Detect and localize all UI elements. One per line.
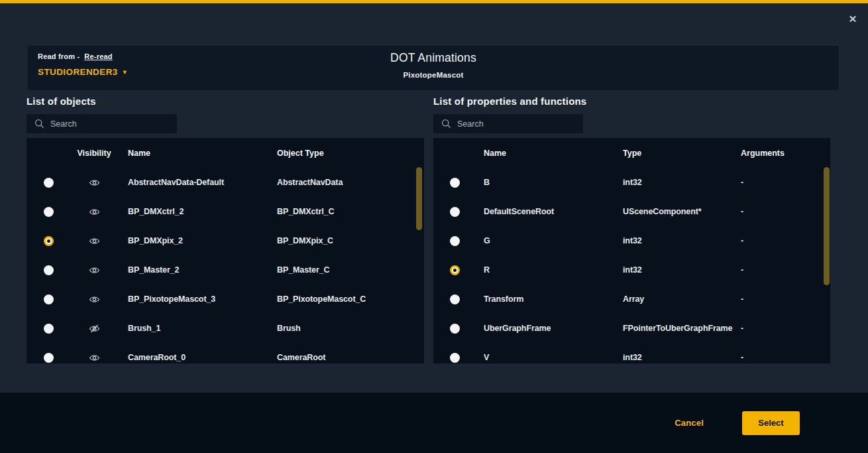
radio-button[interactable] — [450, 178, 460, 188]
table-row[interactable]: Bint32- — [433, 168, 830, 197]
property-name: V — [476, 353, 615, 362]
radio-button[interactable] — [450, 265, 460, 275]
property-arguments: - — [733, 265, 830, 275]
eye-slash-icon[interactable] — [89, 324, 100, 333]
radio-button[interactable] — [44, 178, 54, 188]
radio-button[interactable] — [450, 207, 460, 217]
property-type: FPointerToUberGraphFrame — [615, 324, 733, 333]
property-name: DefaultSceneRoot — [476, 207, 615, 216]
properties-scrollbar[interactable] — [824, 167, 830, 285]
property-arguments: - — [733, 353, 830, 362]
property-type: int32 — [615, 265, 733, 275]
column-header-object-type: Object Type — [264, 149, 424, 158]
properties-table-header: Name Type Arguments — [433, 138, 830, 168]
properties-search-input[interactable] — [457, 119, 578, 129]
object-type: BP_Master_C — [264, 265, 424, 275]
object-type: BP_DMXctrl_C — [264, 207, 424, 216]
property-name: UberGraphFrame — [476, 324, 615, 333]
chevron-down-icon: ▼ — [122, 69, 128, 76]
select-button[interactable]: Select — [742, 411, 800, 435]
table-row[interactable]: BP_Master_2BP_Master_C — [27, 255, 424, 285]
table-row[interactable]: CameraRoot_0CameraRoot — [27, 343, 424, 363]
table-row[interactable]: BP_PixotopeMascot_3BP_PixotopeMascot_C — [27, 285, 424, 314]
table-row[interactable]: Brush_1Brush — [27, 314, 424, 343]
eye-icon[interactable] — [89, 266, 100, 275]
property-arguments: - — [733, 207, 830, 216]
radio-button[interactable] — [44, 353, 54, 363]
property-type: int32 — [615, 178, 733, 187]
object-name: CameraRoot_0 — [118, 353, 264, 362]
objects-table-body: AbstractNavData-DefaultAbstractNavDataBP… — [27, 168, 424, 363]
table-row[interactable]: AbstractNavData-DefaultAbstractNavData — [27, 168, 424, 197]
radio-button[interactable] — [44, 207, 54, 217]
objects-panel-title: List of objects — [27, 96, 96, 107]
search-icon — [34, 119, 44, 129]
eye-icon[interactable] — [89, 237, 100, 245]
objects-table-header: Visibility Name Object Type — [27, 138, 424, 168]
dialog-title: DOT Animations — [28, 51, 839, 65]
property-arguments: - — [733, 236, 830, 245]
eye-icon[interactable] — [89, 354, 100, 362]
radio-button[interactable] — [450, 324, 460, 334]
search-icon — [441, 119, 451, 129]
properties-panel-title: List of properties and functions — [433, 96, 586, 107]
table-row[interactable]: Vint32- — [433, 343, 830, 363]
dialog-footer: Cancel Select — [0, 393, 868, 453]
property-type: Array — [615, 294, 733, 304]
machine-selector[interactable]: STUDIORENDER3▼ — [38, 67, 128, 77]
property-arguments: - — [733, 324, 830, 333]
reread-link[interactable]: Re-read — [84, 52, 112, 60]
eye-icon[interactable] — [89, 178, 100, 187]
object-type: AbstractNavData — [264, 178, 424, 187]
properties-search-box[interactable] — [433, 114, 583, 133]
property-type: int32 — [615, 236, 733, 245]
radio-button[interactable] — [44, 294, 54, 304]
property-name: R — [476, 265, 615, 275]
radio-button[interactable] — [450, 353, 460, 363]
column-header-type: Type — [615, 149, 733, 158]
property-name: G — [476, 236, 615, 245]
accent-bar — [0, 0, 868, 3]
properties-table: Name Type Arguments Bint32-DefaultSceneR… — [433, 138, 830, 363]
property-name: B — [476, 178, 615, 187]
eye-icon[interactable] — [89, 295, 100, 304]
column-header-visibility: Visibility — [70, 149, 118, 158]
object-type: CameraRoot — [264, 353, 424, 362]
close-button[interactable]: ✕ — [846, 13, 859, 26]
dialog-header: Read from -Re-read STUDIORENDER3▼ DOT An… — [28, 46, 839, 90]
radio-button[interactable] — [44, 265, 54, 275]
table-row[interactable]: UberGraphFrameFPointerToUberGraphFrame- — [433, 314, 830, 343]
close-icon: ✕ — [849, 13, 857, 25]
table-row[interactable]: TransformArray- — [433, 285, 830, 314]
radio-button[interactable] — [44, 236, 54, 246]
table-row[interactable]: BP_DMXpix_2BP_DMXpix_C — [27, 226, 424, 255]
objects-search-input[interactable] — [50, 119, 172, 129]
table-row[interactable]: Gint32- — [433, 226, 830, 255]
property-arguments: - — [733, 178, 830, 187]
eye-icon[interactable] — [89, 208, 100, 216]
property-name: Transform — [476, 294, 615, 304]
objects-scrollbar[interactable] — [416, 167, 422, 230]
objects-table: Visibility Name Object Type AbstractNavD… — [27, 138, 424, 363]
cancel-button[interactable]: Cancel — [675, 418, 704, 428]
radio-button[interactable] — [450, 294, 460, 304]
object-type: BP_DMXpix_C — [264, 236, 424, 245]
column-header-arguments: Arguments — [733, 149, 830, 158]
table-row[interactable]: Rint32- — [433, 255, 830, 285]
object-type: Brush — [264, 324, 424, 333]
table-row[interactable]: DefaultSceneRootUSceneComponent*- — [433, 197, 830, 226]
table-row[interactable]: BP_DMXctrl_2BP_DMXctrl_C — [27, 197, 424, 226]
object-name: Brush_1 — [118, 324, 264, 333]
property-type: int32 — [615, 353, 733, 362]
object-name: BP_PixotopeMascot_3 — [118, 294, 264, 304]
radio-button[interactable] — [44, 324, 54, 334]
column-header-name: Name — [118, 149, 264, 158]
machine-selector-label: STUDIORENDER3 — [38, 67, 118, 77]
objects-search-box[interactable] — [27, 114, 177, 133]
property-type: USceneComponent* — [615, 207, 733, 216]
read-from-label: Read from - — [38, 52, 80, 60]
dialog-subtitle: PixotopeMascot — [28, 71, 839, 79]
radio-button[interactable] — [450, 236, 460, 246]
object-name: AbstractNavData-Default — [118, 178, 264, 187]
object-name: BP_Master_2 — [118, 265, 264, 275]
